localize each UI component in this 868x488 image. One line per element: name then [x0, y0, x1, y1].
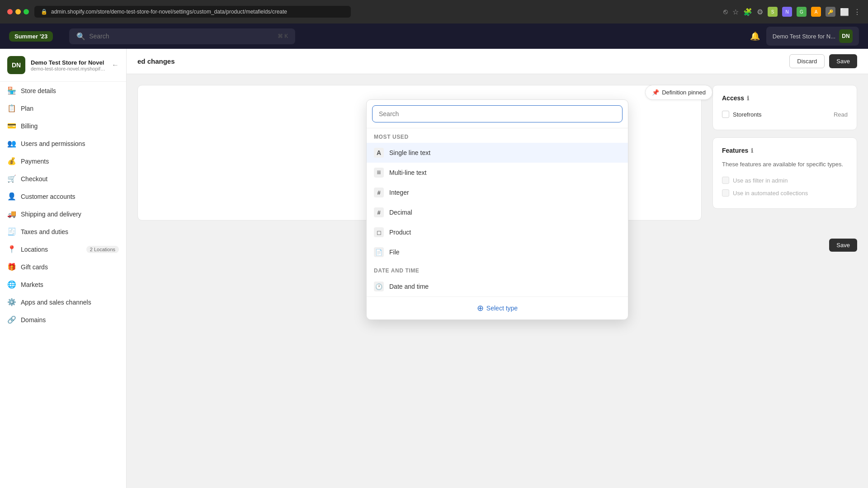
most-used-section-label: Most Used	[367, 128, 628, 143]
sidebar-item-plan[interactable]: 📋 Plan	[0, 99, 126, 117]
more-icon[interactable]: ⋮	[854, 8, 861, 16]
sidebar-item-gift-cards[interactable]: 🎁 Gift cards	[0, 258, 126, 276]
ext3-icon[interactable]: A	[811, 7, 821, 17]
automated-collections-label: Use in automated collections	[733, 190, 808, 197]
type-decimal[interactable]: # Decimal	[367, 202, 628, 222]
sidebar-label-store-details: Store details	[21, 87, 119, 94]
file-label: File	[389, 249, 621, 256]
sidebar-label-locations: Locations	[21, 246, 82, 253]
url-text: admin.shopify.com/store/demo-test-store-…	[51, 9, 287, 15]
notification-icon[interactable]: 🔔	[750, 31, 760, 41]
extensions-icon[interactable]: 🧩	[743, 8, 752, 16]
decimal-label: Decimal	[389, 209, 621, 216]
features-description: These features are available for specifi…	[722, 160, 848, 169]
main-content: ed changes Discard Save 📌 Definition pin…	[127, 49, 868, 488]
shopify-ext-icon[interactable]: S	[768, 7, 778, 17]
settings-icon[interactable]: ⚙	[757, 8, 763, 16]
pin-icon: 📌	[652, 89, 659, 96]
access-info-icon[interactable]: ℹ	[747, 95, 749, 102]
dropdown-search-wrapper	[367, 100, 628, 128]
single-line-text-label: Single line text	[389, 149, 621, 156]
dropdown-footer[interactable]: ⊕ Select type	[367, 296, 628, 319]
type-integer[interactable]: # Integer	[367, 183, 628, 202]
gift-cards-icon: 🎁	[7, 263, 16, 271]
product-label: Product	[389, 229, 621, 236]
product-icon: ◻	[374, 227, 384, 237]
dropdown-search-input[interactable]	[372, 105, 623, 122]
type-multi-line-text[interactable]: ≡ Multi-line text	[367, 163, 628, 183]
keyboard-shortcut: ⌘ K	[278, 33, 288, 39]
sidebar-store-url: demo-test-store-novel.myshopify.com	[31, 66, 106, 71]
access-title: Access	[722, 94, 744, 102]
save-button-header[interactable]: Save	[829, 54, 857, 68]
search-icon: 🔍	[76, 32, 85, 41]
sidebar-item-checkout[interactable]: 🛒 Checkout	[0, 170, 126, 188]
window-icon[interactable]: ⬜	[840, 8, 849, 16]
sidebar-label-markets: Markets	[21, 281, 119, 288]
browser-bar: 🔒 admin.shopify.com/store/demo-test-stor…	[0, 0, 868, 23]
type-file[interactable]: 📄 File	[367, 242, 628, 262]
sidebar-item-billing[interactable]: 💳 Billing	[0, 117, 126, 135]
sidebar-label-shipping: Shipping and delivery	[21, 211, 119, 218]
store-info: Demo Test Store for Novel demo-test-stor…	[31, 59, 106, 71]
sidebar-item-users[interactable]: 👥 Users and permissions	[0, 135, 126, 152]
type-date-time[interactable]: 🕐 Date and time	[367, 277, 628, 296]
features-card: Features ℹ These features are available …	[712, 137, 857, 209]
sidebar-item-markets[interactable]: 🌐 Markets	[0, 276, 126, 293]
star-icon[interactable]: ☆	[732, 8, 739, 16]
features-title: Features	[722, 147, 748, 154]
filter-admin-row: Use as filter in admin	[722, 174, 848, 187]
discard-button[interactable]: Discard	[789, 54, 825, 68]
sidebar-store-name: Demo Test Store for Novel	[31, 59, 106, 66]
sidebar-item-customer-accounts[interactable]: 👤 Customer accounts	[0, 188, 126, 205]
sidebar-label-apps: Apps and sales channels	[21, 299, 119, 306]
type-selector-dropdown: Most Used A Single line text ≡ Multi-lin…	[366, 99, 628, 320]
markets-icon: 🌐	[7, 280, 16, 289]
locations-icon: 📍	[7, 245, 16, 253]
sidebar-label-checkout: Checkout	[21, 175, 119, 183]
app-bar: Summer '23 🔍 ⌘ K 🔔 Demo Test Store for N…	[0, 23, 868, 49]
main-layout: DN Demo Test Store for Novel demo-test-s…	[0, 49, 868, 488]
app-search-bar[interactable]: 🔍 ⌘ K	[69, 28, 295, 44]
ext2-icon[interactable]: G	[797, 7, 807, 17]
ext1-icon[interactable]: N	[782, 7, 792, 17]
storefronts-checkbox[interactable]	[722, 111, 729, 118]
app-bar-right: 🔔 Demo Test Store for N... DN	[750, 27, 859, 46]
sidebar-item-domains[interactable]: 🔗 Domains	[0, 311, 126, 328]
sidebar-item-apps[interactable]: ⚙️ Apps and sales channels	[0, 293, 126, 311]
automated-collections-checkbox[interactable]	[722, 189, 729, 197]
store-header[interactable]: DN Demo Test Store for Novel demo-test-s…	[0, 49, 126, 82]
domains-icon: 🔗	[7, 315, 16, 324]
storefronts-label: Storefronts	[733, 111, 762, 118]
page-title: ed changes	[137, 57, 175, 65]
type-product[interactable]: ◻ Product	[367, 222, 628, 242]
access-card-header: Access ℹ	[722, 94, 848, 102]
sidebar-label-gift-cards: Gift cards	[21, 263, 119, 271]
type-single-line-text[interactable]: A Single line text	[367, 143, 628, 163]
search-input[interactable]	[89, 33, 274, 40]
sidebar-item-taxes[interactable]: 🧾 Taxes and duties	[0, 223, 126, 240]
sidebar: DN Demo Test Store for Novel demo-test-s…	[0, 49, 127, 488]
sidebar-item-shipping[interactable]: 🚚 Shipping and delivery	[0, 205, 126, 223]
content-wrapper: 📌 Definition pinned ⊕ Select type	[127, 74, 868, 259]
sidebar-item-payments[interactable]: 💰 Payments	[0, 152, 126, 170]
store-switcher[interactable]: Demo Test Store for N... DN	[766, 27, 859, 46]
browser-url-bar[interactable]: 🔒 admin.shopify.com/store/demo-test-stor…	[34, 6, 351, 18]
apps-icon: ⚙️	[7, 298, 16, 306]
filter-admin-checkbox[interactable]	[722, 177, 729, 184]
sidebar-label-users: Users and permissions	[21, 140, 119, 147]
features-info-icon[interactable]: ℹ	[751, 147, 753, 154]
sidebar-arrow-icon: ←	[112, 61, 119, 69]
date-time-section-label: Date and time	[367, 262, 628, 277]
single-line-text-icon: A	[374, 148, 384, 158]
ext4-icon[interactable]: 🔑	[826, 7, 835, 17]
sidebar-item-store-details[interactable]: 🏪 Store details	[0, 82, 126, 99]
sidebar-label-payments: Payments	[21, 158, 119, 165]
sidebar-item-locations[interactable]: 📍 Locations 2 Locations	[0, 240, 126, 258]
multi-line-text-label: Multi-line text	[389, 169, 621, 176]
share-icon[interactable]: ⎋	[723, 8, 728, 16]
payments-icon: 💰	[7, 157, 16, 165]
sidebar-label-billing: Billing	[21, 122, 119, 130]
save-button-bottom[interactable]: Save	[829, 239, 857, 252]
brand-label[interactable]: Summer '23	[9, 31, 53, 42]
